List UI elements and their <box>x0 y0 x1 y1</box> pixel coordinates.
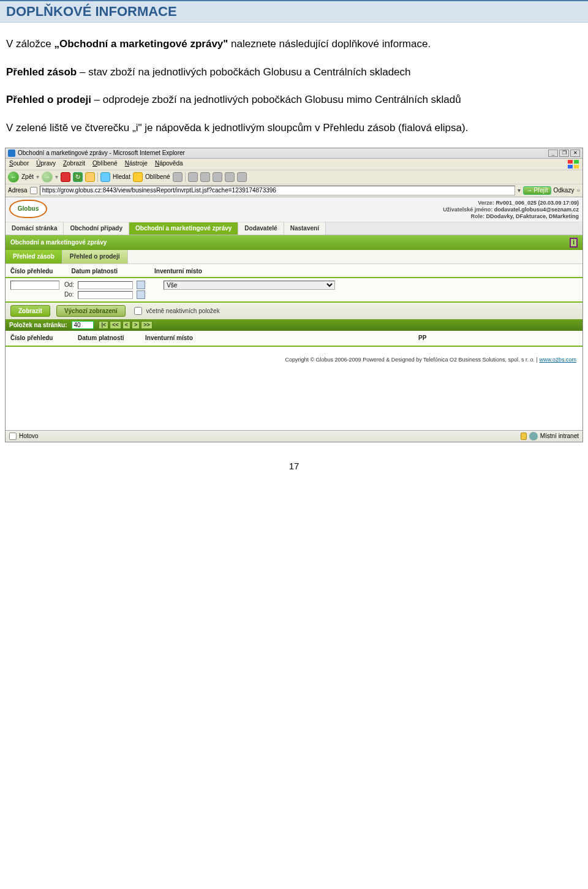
print-icon[interactable] <box>200 172 210 182</box>
tab-cases[interactable]: Obchodní případy <box>64 222 129 235</box>
text: V záložce <box>6 38 54 50</box>
inactive-checkbox[interactable] <box>134 307 142 315</box>
lock-icon <box>521 433 527 440</box>
user-value: dodavatel.globusu4@seznam.cz <box>494 206 579 213</box>
ie-window: Obchodní a marketingové zprávy - Microso… <box>5 148 583 442</box>
header-pp: PP <box>418 335 578 342</box>
home-icon[interactable] <box>85 172 95 182</box>
menu-edit[interactable]: Úpravy <box>36 160 56 168</box>
menu-help[interactable]: Nápověda <box>155 160 183 168</box>
inactive-label: včetně neaktivních položek <box>146 308 220 315</box>
status-ready: Hotovo <box>19 433 39 440</box>
text: – stav zboží na jednotlivých pobočkách G… <box>77 66 410 78</box>
help-info-icon[interactable]: i <box>570 238 578 248</box>
go-label: Přejít <box>533 187 548 194</box>
address-label: Adresa <box>8 187 28 194</box>
menu-favorites[interactable]: Oblíbené <box>92 160 118 168</box>
minimize-button[interactable]: _ <box>548 149 558 157</box>
zone-icon <box>529 432 538 441</box>
page-number: 17 <box>0 442 588 471</box>
menu-file[interactable]: Soubor <box>9 160 29 168</box>
page-icon <box>30 187 37 194</box>
calendar-icon[interactable] <box>137 281 145 289</box>
refresh-icon[interactable]: ↻ <box>73 172 83 182</box>
url-input[interactable]: https://grow.globus.cz:8443/view/busines… <box>40 186 516 195</box>
col-date: Datum platnosti <box>71 268 118 275</box>
from-label: Od: <box>64 281 74 289</box>
version-value: Rv001_006_025 (20.03.09 17:09) <box>496 200 579 206</box>
pager-input[interactable] <box>72 321 94 329</box>
default-view-button[interactable]: Výchozí zobrazení <box>56 305 126 317</box>
section-heading: DOPLŇKOVÉ INFORMACE <box>0 0 588 23</box>
back-button[interactable]: ← <box>8 172 19 183</box>
tab-home[interactable]: Domácí stránka <box>6 222 64 235</box>
copyright-link[interactable]: www.o2bs.com <box>539 357 576 363</box>
header-date: Datum platnosti <box>78 335 127 342</box>
discuss-icon[interactable] <box>225 172 235 182</box>
app-header: Globus Verze: Rv001_006_025 (20.03.09 17… <box>6 197 582 222</box>
body-text: V záložce „Obchodní a marketingové zpráv… <box>0 36 588 135</box>
pager-first[interactable]: |< <box>99 321 108 329</box>
page-title-bar: Obchodní a marketingové zprávy i <box>6 235 582 250</box>
pager-nextpage[interactable]: >> <box>141 321 153 329</box>
to-label: Do: <box>64 291 74 298</box>
page-title: Obchodní a marketingové zprávy <box>10 239 107 246</box>
menu-view[interactable]: Zobrazit <box>63 160 85 168</box>
favorites-icon[interactable] <box>133 172 143 182</box>
pager-prevpage[interactable]: << <box>110 321 121 329</box>
text: – odprodeje zboží na jednotlivých pobočk… <box>91 94 461 105</box>
tab-suppliers[interactable]: Dodavatelé <box>238 222 284 235</box>
filter-area: Číslo přehledu Datum platnosti Inventurn… <box>6 264 582 347</box>
address-bar: Adresa https://grow.globus.cz:8443/view/… <box>6 184 582 197</box>
tab-settings[interactable]: Nastavení <box>284 222 326 235</box>
intro-paragraph-1: V záložce „Obchodní a marketingové zpráv… <box>6 36 582 52</box>
tab-reports[interactable]: Obchodní a marketingové zprávy <box>129 222 238 235</box>
page-icon <box>9 433 17 440</box>
action-row: Zobrazit Výchozí zobrazení včetně neakti… <box>6 303 582 319</box>
menu-tools[interactable]: Nástroje <box>125 160 148 168</box>
search-label: Hledat <box>113 173 130 181</box>
pager-label: Položek na stránku: <box>9 322 67 329</box>
text-bold: Přehled zásob <box>6 66 77 78</box>
history-icon[interactable] <box>173 172 183 182</box>
edit-icon[interactable] <box>213 172 222 182</box>
inventory-select[interactable]: Vše <box>164 281 335 290</box>
stop-icon[interactable] <box>61 172 70 182</box>
page-content: Globus Verze: Rv001_006_025 (20.03.09 17… <box>6 197 582 430</box>
date-to-input[interactable] <box>78 291 133 299</box>
header-number: Číslo přehledu <box>10 335 59 342</box>
role-label: Role: <box>471 213 485 219</box>
date-from-input[interactable] <box>78 281 133 289</box>
show-button[interactable]: Zobrazit <box>10 305 50 317</box>
favorites-label: Oblíbené <box>145 173 170 181</box>
toolbar: ← Zpět ▾ → ▾ ↻ Hledat Oblíbené <box>6 170 582 184</box>
number-input[interactable] <box>10 281 59 290</box>
version-label: Verze: <box>478 200 494 206</box>
inactive-checkbox-row[interactable]: včetně neaktivních položek <box>132 305 220 317</box>
close-button[interactable]: ✕ <box>570 149 580 157</box>
search-icon[interactable] <box>100 172 110 182</box>
copyright-text: Copyright © Globus 2006-2009 Powered & D… <box>285 357 539 363</box>
subtab-stock[interactable]: Přehled zásob <box>6 250 62 263</box>
calendar-icon[interactable] <box>137 290 145 299</box>
globus-logo: Globus <box>9 200 47 218</box>
user-info: Verze: Rv001_006_025 (20.03.09 17:09) Už… <box>443 200 579 219</box>
windows-flag-icon <box>568 160 579 168</box>
subtab-sales[interactable]: Přehled o prodeji <box>62 250 128 263</box>
intro-paragraph-4: V zelené liště ve čtverečku „i" je nápov… <box>6 120 582 136</box>
col-inventory: Inventurní místo <box>154 268 202 275</box>
pager-next[interactable]: > <box>132 321 140 329</box>
links-label[interactable]: Odkazy <box>554 187 575 194</box>
go-button[interactable]: → Přejít <box>523 186 551 195</box>
forward-button[interactable]: → <box>42 172 53 183</box>
restore-button[interactable]: ❐ <box>559 149 569 157</box>
main-tabs: Domácí stránka Obchodní případy Obchodní… <box>6 222 582 235</box>
zone-label: Místní intranet <box>540 433 579 440</box>
intro-paragraph-3: Přehled o prodeji – odprodeje zboží na j… <box>6 92 582 108</box>
research-icon[interactable] <box>237 172 247 182</box>
results-header: Číslo přehledu Datum platnosti Inventurn… <box>6 331 582 347</box>
mail-icon[interactable] <box>188 172 198 182</box>
pager-prev[interactable]: < <box>123 321 130 329</box>
header-inventory: Inventurní místo <box>145 335 400 342</box>
col-number: Číslo přehledu <box>10 268 53 275</box>
